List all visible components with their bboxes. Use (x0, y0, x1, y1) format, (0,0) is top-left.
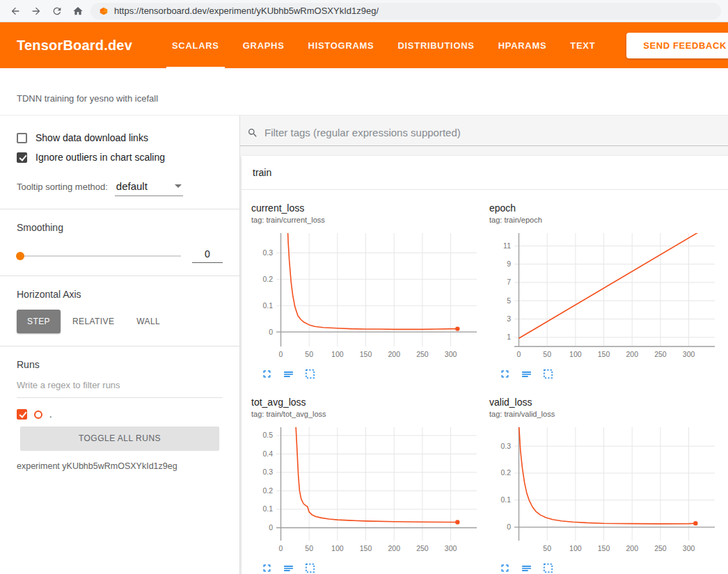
tab-graphs[interactable]: GRAPHS (231, 22, 296, 68)
chart-card-tot-avg-loss: tot_avg_loss tag: train/tot_avg_loss 050… (251, 397, 481, 574)
fullscreen-icon[interactable] (499, 368, 511, 380)
divider (0, 276, 239, 276)
svg-text:100: 100 (569, 544, 582, 552)
chart-tag: tag: train/current_loss (251, 216, 481, 224)
svg-text:100: 100 (569, 350, 582, 358)
svg-text:0.3: 0.3 (262, 468, 273, 476)
svg-text:0: 0 (279, 350, 283, 358)
svg-text:0: 0 (279, 544, 283, 552)
fit-domain-icon[interactable] (542, 368, 554, 380)
svg-text:7: 7 (507, 278, 511, 286)
show-download-links-checkbox[interactable] (17, 133, 27, 143)
svg-text:250: 250 (654, 544, 667, 552)
fullscreen-icon[interactable] (261, 368, 273, 380)
experiment-caption: experiment yKUbhb5wRmOSXYkId1z9eg (17, 461, 223, 471)
svg-text:0.2: 0.2 (262, 275, 273, 283)
svg-text:3: 3 (507, 314, 511, 323)
run-name: . (49, 409, 52, 420)
tag-filter-row (240, 115, 728, 146)
horizontal-lines-icon[interactable] (521, 368, 532, 380)
svg-text:0: 0 (269, 328, 273, 336)
svg-text:0.4: 0.4 (262, 449, 273, 458)
ignore-outliers-label: Ignore outliers in chart scaling (35, 152, 165, 163)
run-list-item: . (17, 409, 223, 420)
run-checkbox[interactable] (17, 409, 27, 420)
line-chart-tot-avg-loss[interactable]: 05010015020025030000.10.20.30.40.5 (251, 424, 481, 556)
chart-tag: tag: train/valid_loss (489, 410, 719, 418)
chart-toolbar (489, 562, 719, 574)
axis-wall-button[interactable]: WALL (126, 310, 171, 333)
svg-text:0.3: 0.3 (262, 248, 273, 257)
axis-relative-button[interactable]: RELATIVE (62, 310, 125, 333)
tab-histograms[interactable]: HISTOGRAMS (296, 22, 386, 68)
tooltip-sorting-select[interactable]: default (115, 180, 183, 196)
svg-text:300: 300 (445, 350, 457, 358)
fit-domain-icon[interactable] (304, 368, 316, 380)
svg-text:1: 1 (507, 333, 511, 341)
line-chart-current-loss[interactable]: 05010015020025030000.10.20.3 (251, 230, 481, 362)
forward-icon[interactable] (28, 3, 45, 19)
tab-distributions[interactable]: DISTRIBUTIONS (386, 22, 486, 68)
chart-toolbar (251, 562, 481, 574)
svg-text:0.3: 0.3 (500, 442, 511, 450)
svg-text:0.2: 0.2 (262, 486, 273, 495)
svg-text:150: 150 (360, 350, 372, 358)
tooltip-sorting-value: default (116, 180, 148, 192)
main-panel: train current_loss tag: train/current_lo… (240, 115, 728, 574)
address-bar[interactable]: https://tensorboard.dev/experiment/yKUbh… (90, 3, 721, 19)
tag-filter-input[interactable] (264, 127, 721, 138)
horizontal-lines-icon[interactable] (283, 562, 294, 574)
svg-text:0: 0 (517, 350, 521, 358)
runs-filter-input[interactable] (17, 370, 223, 398)
reload-icon[interactable] (49, 3, 65, 19)
experiment-title: TDNN training for yesno with icefall (0, 68, 728, 115)
svg-text:0.1: 0.1 (500, 495, 511, 504)
group-title-train[interactable]: train (242, 156, 728, 190)
tab-text[interactable]: TEXT (558, 22, 607, 68)
divider (0, 209, 239, 209)
ignore-outliers-checkbox[interactable] (17, 152, 27, 163)
brand-logo[interactable]: TensorBoard.dev (17, 38, 132, 54)
svg-text:0.5: 0.5 (262, 431, 273, 439)
app-header: TensorBoard.dev SCALARS GRAPHS HISTOGRAM… (0, 22, 728, 68)
svg-text:50: 50 (543, 350, 551, 358)
toggle-all-runs-button[interactable]: TOGGLE ALL RUNS (20, 426, 219, 450)
send-feedback-button[interactable]: SEND FEEDBACK (626, 33, 728, 58)
horizontal-lines-icon[interactable] (283, 368, 294, 380)
home-icon[interactable] (70, 3, 86, 19)
svg-text:250: 250 (654, 350, 667, 358)
show-download-links-label: Show data download links (35, 132, 148, 143)
chart-title: valid_loss (489, 397, 719, 408)
svg-text:300: 300 (683, 350, 695, 358)
svg-text:300: 300 (445, 544, 457, 552)
smoothing-value-input[interactable]: 0 (192, 248, 223, 263)
tab-hparams[interactable]: HPARAMS (486, 22, 559, 68)
line-chart-epoch[interactable]: 0501001502002503001357911 (489, 230, 719, 362)
smoothing-slider[interactable] (17, 255, 181, 257)
chart-title: epoch (489, 202, 719, 214)
svg-text:200: 200 (388, 350, 400, 358)
fullscreen-icon[interactable] (499, 562, 511, 574)
axis-step-button[interactable]: STEP (17, 310, 61, 333)
svg-text:50: 50 (305, 544, 313, 552)
fit-domain-icon[interactable] (542, 562, 554, 574)
horizontal-lines-icon[interactable] (521, 562, 532, 574)
line-chart-valid-loss[interactable]: 5010015020025030000.10.20.3 (489, 424, 719, 556)
svg-text:150: 150 (598, 544, 610, 552)
tooltip-sorting-label: Tooltip sorting method: (17, 182, 108, 192)
url-text: https://tensorboard.dev/experiment/yKUbh… (114, 6, 379, 16)
fullscreen-icon[interactable] (261, 562, 273, 574)
chart-card-current-loss: current_loss tag: train/current_loss 050… (251, 202, 481, 380)
chart-toolbar (489, 368, 719, 380)
svg-text:50: 50 (543, 544, 551, 552)
svg-text:100: 100 (331, 544, 344, 552)
tab-scalars[interactable]: SCALARS (160, 22, 231, 68)
svg-text:0.1: 0.1 (262, 504, 273, 513)
chart-tag: tag: train/tot_avg_loss (251, 410, 481, 418)
fit-domain-icon[interactable] (304, 562, 316, 574)
back-icon[interactable] (7, 3, 24, 19)
smoothing-slider-thumb[interactable] (16, 252, 24, 260)
smoothing-label: Smoothing (17, 222, 223, 233)
svg-text:200: 200 (626, 350, 638, 358)
svg-text:5: 5 (507, 296, 511, 305)
